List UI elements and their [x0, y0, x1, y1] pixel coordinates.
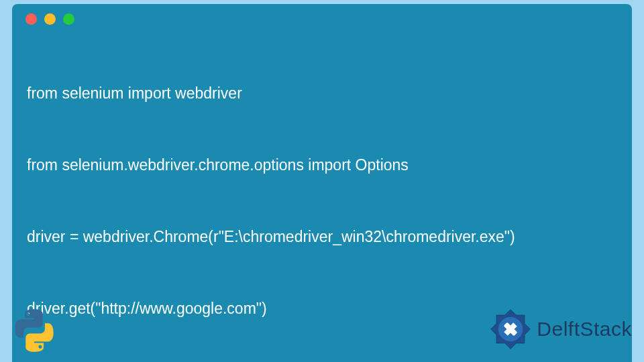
window-titlebar [12, 4, 632, 32]
code-line: driver = webdriver.Chrome(r"E:\chromedri… [27, 225, 617, 249]
minimize-icon[interactable] [44, 13, 56, 25]
code-line: from selenium import webdriver [27, 82, 617, 106]
brand-name: DelftStack [537, 318, 632, 341]
brand-logo: DelftStack [487, 306, 632, 353]
close-icon[interactable] [25, 13, 37, 25]
code-line: from selenium.webdriver.chrome.options i… [27, 154, 617, 178]
delftstack-icon [487, 306, 534, 353]
python-logo-icon [11, 307, 58, 354]
maximize-icon[interactable] [63, 13, 74, 25]
